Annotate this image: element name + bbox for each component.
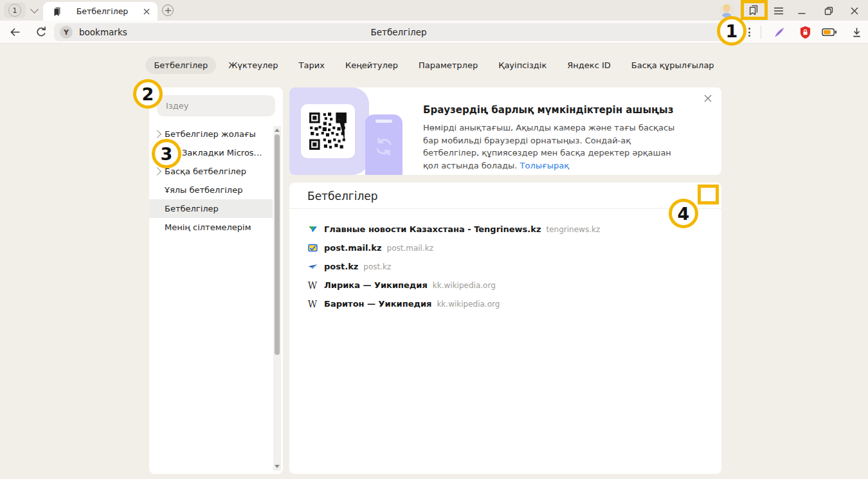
bookmarks-panel-title: Бетбелгілер <box>307 190 378 203</box>
qr-code <box>301 104 355 158</box>
bookmark-url: kk.wikipedia.org <box>437 300 500 309</box>
quill-pen-icon <box>773 26 786 39</box>
banner-close-icon[interactable] <box>703 94 714 104</box>
shield-lock-icon <box>799 26 811 39</box>
security-shield-button[interactable] <box>797 24 813 40</box>
nav-tab[interactable]: Бетбелгілер <box>145 57 216 74</box>
restore-icon <box>824 6 833 15</box>
tab-counter-value: 1 <box>8 4 21 17</box>
bookmark-item[interactable]: W Лирика — Уикипедия kk.wikipedia.org <box>289 276 721 294</box>
wikipedia-favicon-icon: W <box>307 280 318 291</box>
reload-icon <box>35 26 48 39</box>
folder-tree-item[interactable]: Менің сілтемелерім <box>149 218 273 237</box>
bookmark-item[interactable]: W post.mail.kz post.mail.kz <box>289 239 721 257</box>
bookmark-item[interactable]: W post.kz post.kz <box>289 257 721 276</box>
sidebar-scrollbar[interactable] <box>273 126 281 471</box>
bookmark-url: post.mail.kz <box>387 244 434 253</box>
nav-tab-label: Басқа құрылғылар <box>631 60 714 70</box>
new-tab-button[interactable] <box>162 5 174 16</box>
back-arrow-icon <box>9 26 22 39</box>
annotation-label-4: 4 <box>678 204 690 224</box>
window-close-button[interactable] <box>849 5 860 17</box>
bookmark-url: tengrinews.kz <box>547 225 601 234</box>
chevron-right-icon[interactable] <box>153 130 161 138</box>
banner-body: Нөмірді анықтағыш, Ақылды камера және та… <box>423 122 675 172</box>
bookmark-url: post.kz <box>363 262 391 271</box>
scroll-up-arrow-icon[interactable] <box>275 129 280 132</box>
battery-icon <box>822 28 837 37</box>
nav-tab-label: Кеңейтулер <box>345 60 398 70</box>
sync-icon <box>372 135 395 158</box>
mobile-promo-banner: Браузердің барлық мүмкіндіктерін ашыңыз … <box>289 87 721 175</box>
nav-tab-label: Параметрлер <box>419 60 478 70</box>
nav-tab-label: Жүктеулер <box>228 60 278 70</box>
annotation-circle-1: 1 <box>717 16 746 46</box>
annotation-circle-3: 3 <box>152 139 181 168</box>
phone-illustration <box>365 114 402 175</box>
annotation-label-2: 2 <box>142 84 154 104</box>
annotation-circle-2: 2 <box>133 79 163 109</box>
folder-label: Менің сілтемелерім <box>165 222 251 232</box>
chevron-right-icon[interactable] <box>153 167 161 176</box>
browser-tab[interactable]: Бетбелгілер <box>43 2 158 21</box>
postkz-favicon-icon <box>307 262 318 272</box>
pen-extension-button[interactable] <box>772 24 787 40</box>
nav-tab[interactable]: Қауіпсіздік <box>490 57 555 74</box>
browser-window: 1 Бетбелгілер <box>0 0 868 479</box>
bookmarks-list: W Главные новости Казахстана - Tengrinew… <box>289 220 721 313</box>
nav-tab[interactable]: Яндекс ID <box>559 57 619 74</box>
window-minimize-button[interactable] <box>796 5 808 17</box>
scrollbar-thumb[interactable] <box>275 134 280 355</box>
folder-label: Закладки Micros… <box>182 148 262 158</box>
nav-tab[interactable]: Параметрлер <box>410 57 486 74</box>
folder-tree-item[interactable]: Ұялы бетбелгілер <box>149 181 273 199</box>
search-input[interactable] <box>157 95 275 116</box>
folder-label: Ұялы бетбелгілер <box>165 185 242 195</box>
profile-avatar[interactable] <box>719 3 734 17</box>
window-restore-button[interactable] <box>823 5 835 17</box>
banner-title: Браузердің барлық мүмкіндіктерін ашыңыз <box>423 104 673 116</box>
panel-divider <box>289 208 721 209</box>
bookmark-url: kk.wikipedia.org <box>433 281 496 290</box>
nav-tab[interactable]: Басқа құрылғылар <box>623 57 723 74</box>
settings-nav-tabs: Бетбелгілер Жүктеулер Тарих Кеңейтулер П… <box>0 57 868 74</box>
site-icon: Y <box>60 26 73 39</box>
downloads-button[interactable] <box>849 24 864 40</box>
tab-title: Бетбелгілер <box>62 6 142 16</box>
mail-favicon-icon <box>307 243 318 253</box>
nav-tab[interactable]: Тарих <box>291 57 333 74</box>
wikipedia-favicon-icon: W <box>307 299 318 309</box>
nav-tab[interactable]: Жүктеулер <box>220 57 286 74</box>
bookmarks-list-panel: Бетбелгілер <box>289 183 721 474</box>
address-page-title: Бетбелгілер <box>54 27 743 37</box>
battery-saver-button[interactable] <box>822 24 837 40</box>
back-button[interactable] <box>9 26 22 39</box>
close-icon <box>850 6 859 15</box>
address-url: bookmarks <box>79 27 127 37</box>
annotation-label-3: 3 <box>161 144 173 164</box>
tab-list-chevron-button[interactable] <box>30 6 39 13</box>
address-bar[interactable]: Y bookmarks Бетбелгілер <box>54 23 743 41</box>
hamburger-icon <box>773 6 784 15</box>
nav-tab-label: Қауіпсіздік <box>498 60 547 70</box>
banner-more-link[interactable]: Толығырақ <box>520 161 569 170</box>
bookmark-item[interactable]: W Баритон — Уикипедия kk.wikipedia.org <box>289 294 721 313</box>
minimize-icon <box>797 6 806 15</box>
nav-tab[interactable]: Кеңейтулер <box>337 57 406 74</box>
bookmark-title: post.mail.kz <box>324 243 382 253</box>
annotation-box-1 <box>741 0 768 20</box>
browser-menu-button[interactable] <box>773 5 784 17</box>
chevron-down-icon <box>30 5 39 14</box>
bookmark-title: Баритон — Уикипедия <box>324 299 431 309</box>
bookmark-item[interactable]: W Главные новости Казахстана - Tengrinew… <box>289 220 721 239</box>
folder-label: Бетбелгілер <box>165 204 219 213</box>
annotation-label-1: 1 <box>726 21 738 41</box>
scroll-down-arrow-icon[interactable] <box>275 465 280 468</box>
tab-close-icon[interactable] <box>142 7 151 16</box>
annotation-circle-4: 4 <box>669 199 698 228</box>
tab-counter-button[interactable]: 1 <box>4 3 26 18</box>
folder-label: Бетбелгілер жолағы <box>165 129 256 139</box>
reload-button[interactable] <box>35 26 48 39</box>
folder-tree-item[interactable]: Бетбелгілер <box>149 199 273 218</box>
bookmark-title: Главные новости Казахстана - Tengrinews.… <box>324 224 541 234</box>
